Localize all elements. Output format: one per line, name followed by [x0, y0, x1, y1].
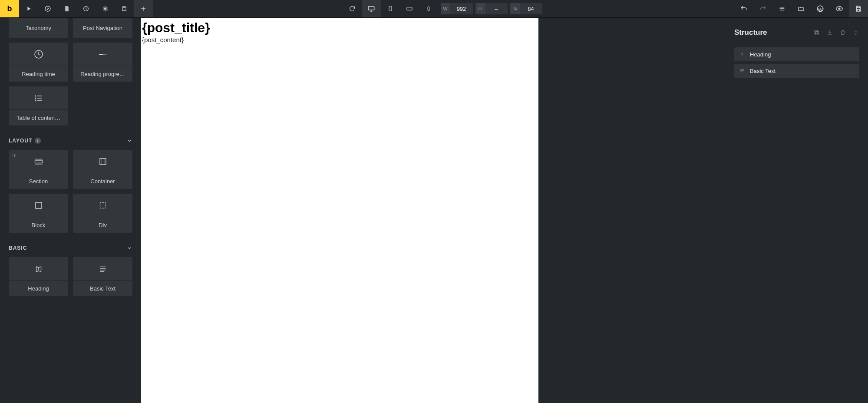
element-container[interactable]: Container	[73, 150, 132, 189]
block-icon	[9, 194, 68, 217]
element-label: Table of conten…	[9, 110, 68, 126]
save-button[interactable]	[849, 0, 868, 17]
svg-rect-9	[428, 7, 429, 11]
svg-rect-18	[13, 154, 14, 157]
element-table-of-contents[interactable]: Table of conten…	[9, 86, 68, 126]
chevron-down-icon	[126, 245, 132, 251]
collapse-icon[interactable]	[852, 29, 859, 36]
svg-rect-27	[815, 31, 818, 35]
copy-icon[interactable]	[813, 29, 820, 36]
logo-text: b	[7, 4, 12, 13]
element-label: Taxonomy	[9, 18, 68, 38]
element-taxonomy[interactable]: Taxonomy	[9, 18, 68, 38]
height-label: H	[475, 3, 485, 14]
svg-point-15	[35, 95, 36, 96]
height-value: –	[485, 3, 508, 14]
height-field[interactable]: H –	[475, 3, 508, 14]
element-label: Post Navigation	[73, 18, 132, 38]
page-icon	[63, 5, 71, 13]
save-icon	[855, 5, 862, 13]
structure-item-heading[interactable]: T Heading	[734, 47, 859, 61]
section-title: BASIC	[9, 245, 27, 251]
structure-item-basic-text[interactable]: Basic Text	[734, 64, 859, 78]
element-reading-progress[interactable]: Reading progre…	[73, 43, 132, 82]
folder-icon	[797, 5, 805, 13]
chevron-down-icon	[126, 138, 132, 144]
heading-icon: T	[9, 257, 68, 281]
tablet-landscape-icon	[406, 5, 413, 13]
text-icon	[73, 257, 132, 281]
section-header-basic[interactable]: BASIC	[9, 245, 132, 251]
mobile-icon	[425, 5, 432, 13]
tablet-portrait-icon	[386, 5, 394, 13]
breakpoint-tablet-portrait-button[interactable]	[381, 0, 400, 17]
canvas-viewport[interactable]: {post_title} {post_content}	[141, 18, 726, 403]
wordpress-button[interactable]	[811, 0, 830, 17]
element-label: Basic Text	[73, 281, 132, 296]
width-field[interactable]: W 992	[441, 3, 473, 14]
svg-point-17	[35, 99, 36, 101]
element-basic-text[interactable]: Basic Text	[73, 257, 132, 296]
logo-button[interactable]: b	[0, 0, 19, 17]
progress-icon	[73, 43, 132, 66]
folder-button[interactable]	[792, 0, 811, 17]
info-icon[interactable]: i	[35, 138, 41, 144]
play-icon	[25, 5, 33, 13]
reload-button[interactable]	[343, 0, 362, 17]
element-reading-time[interactable]: Reading time	[9, 43, 68, 82]
element-section[interactable]: Section	[9, 150, 68, 189]
svg-rect-19	[15, 154, 16, 157]
element-div[interactable]: Div	[73, 194, 132, 233]
templates-button[interactable]	[115, 0, 134, 17]
undo-icon	[740, 5, 748, 13]
breakpoint-tablet-landscape-button[interactable]	[400, 0, 419, 17]
element-label: Container	[73, 173, 132, 189]
width-label: W	[441, 3, 450, 14]
element-heading[interactable]: T Heading	[9, 257, 68, 296]
pages-button[interactable]	[57, 0, 76, 17]
eye-icon	[835, 5, 843, 13]
add-element-button[interactable]	[134, 0, 153, 17]
svg-rect-28	[815, 30, 818, 34]
section-icon	[9, 150, 68, 173]
canvas-text[interactable]: {post_content}	[142, 36, 538, 43]
structure-title: Structure	[734, 28, 767, 37]
breakpoint-desktop-button[interactable]	[362, 0, 381, 17]
svg-point-16	[35, 97, 36, 99]
section-header-layout[interactable]: LAYOUTi	[9, 138, 132, 144]
download-icon[interactable]	[826, 29, 833, 36]
svg-rect-24	[36, 202, 42, 208]
breakpoint-mobile-button[interactable]	[419, 0, 438, 17]
revisions-button[interactable]	[76, 0, 96, 17]
structure-item-label: Basic Text	[750, 68, 776, 74]
svg-rect-8	[407, 7, 412, 10]
element-label: Heading	[9, 281, 68, 296]
help-button[interactable]: ?	[38, 0, 57, 17]
template-icon	[120, 5, 128, 13]
element-post-navigation[interactable]: Post Navigation	[73, 18, 132, 38]
structure-toggle-button[interactable]	[772, 0, 792, 17]
element-block[interactable]: Block	[9, 194, 68, 233]
text-icon	[739, 68, 746, 74]
svg-rect-5	[123, 7, 125, 8]
canvas-heading[interactable]: {post_title}	[142, 20, 538, 35]
desktop-icon	[367, 5, 375, 13]
trash-icon[interactable]	[839, 29, 846, 36]
redo-button[interactable]	[753, 0, 772, 17]
help-icon: ?	[44, 5, 52, 13]
preview-button[interactable]	[830, 0, 849, 17]
toc-icon	[9, 86, 68, 110]
svg-rect-14	[99, 54, 103, 55]
canvas[interactable]: {post_title} {post_content}	[141, 18, 538, 403]
undo-button[interactable]	[734, 0, 753, 17]
settings-button[interactable]	[96, 0, 115, 17]
section-title: LAYOUT	[9, 138, 32, 144]
reload-icon	[348, 5, 356, 13]
play-button[interactable]	[19, 0, 38, 17]
svg-rect-7	[389, 7, 392, 11]
zoom-field[interactable]: % 84	[510, 3, 542, 14]
pin-icon	[11, 152, 17, 159]
clock-icon	[82, 5, 90, 13]
wordpress-icon	[816, 5, 824, 13]
element-label: Block	[9, 217, 68, 233]
